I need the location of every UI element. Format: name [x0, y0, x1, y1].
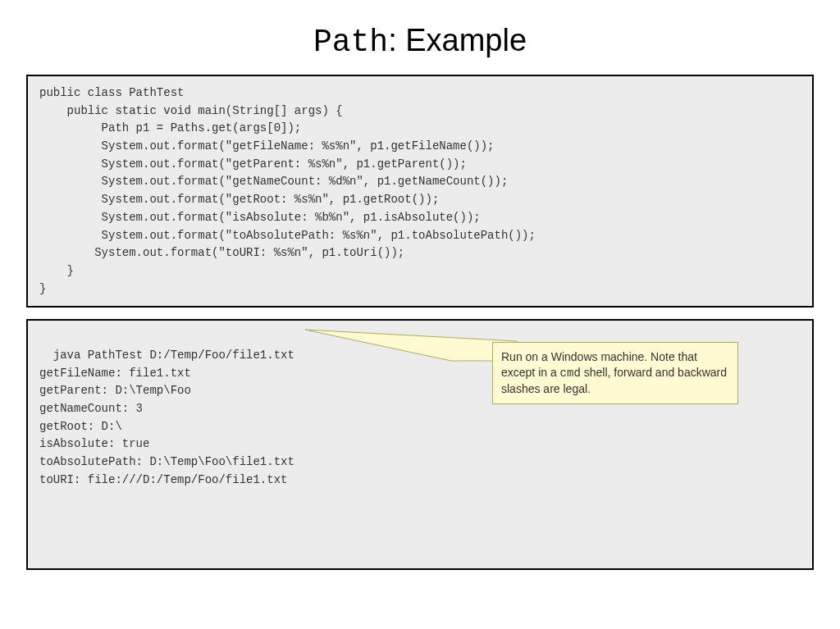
output-text: java PathTest D:/Temp/Foo/file1.txt getF… [39, 349, 294, 486]
svg-marker-0 [305, 330, 517, 361]
title-mono: Path [313, 25, 388, 60]
title-rest: : Example [388, 23, 527, 57]
output-block: java PathTest D:/Temp/Foo/file1.txt getF… [26, 319, 814, 570]
callout-box: Run on a Windows machine. Note that exce… [492, 342, 738, 404]
slide-title: Path: Example [0, 23, 840, 60]
code-block: public class PathTest public static void… [26, 75, 814, 308]
callout-cmd: cmd [560, 367, 581, 380]
callout-pointer [305, 326, 518, 367]
